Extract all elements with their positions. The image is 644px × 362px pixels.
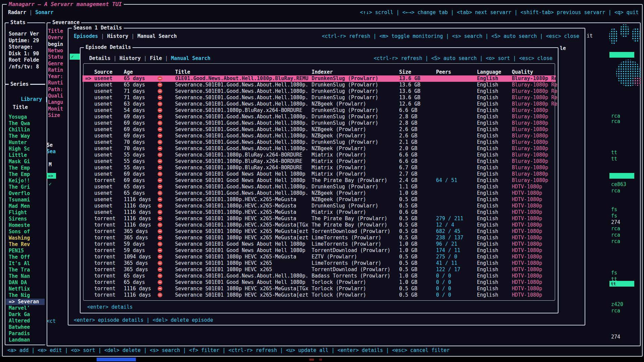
tab-details[interactable]: Details <box>89 55 110 61</box>
release-row[interactable]: usenet55 daysSeverance.S01E01.1080p.BluR… <box>83 165 556 171</box>
column-header-source[interactable]: Source <box>94 69 112 75</box>
release-row[interactable]: torrent1094 daysSeverance S01E01 1080p H… <box>83 254 556 260</box>
tab-history[interactable]: History <box>107 33 128 39</box>
release-row[interactable]: usenet69 daysSeverance S01E01 Good News … <box>83 171 556 177</box>
tab-sonarr[interactable]: Sonarr <box>35 9 53 15</box>
release-row[interactable]: usenet71 daysSeverance.S01E01.Good.News.… <box>83 88 556 95</box>
tab-manual-search[interactable]: Manual Search <box>138 33 177 39</box>
library-item[interactable]: The Tra <box>9 267 45 273</box>
cell-age: 365 days <box>124 266 148 273</box>
library-item[interactable]: The Off <box>9 254 45 260</box>
tab-history[interactable]: History <box>119 55 141 61</box>
cell-age: 69 days <box>124 177 145 184</box>
library-item[interactable]: Washing <box>9 235 45 241</box>
release-row[interactable]: torrent65 daysSeverance S01E01 Good News… <box>83 279 556 286</box>
library-item[interactable]: Mad Men <box>9 203 45 209</box>
release-row[interactable]: usenet63 daysSeverance.S01E01.Good.News.… <box>83 101 556 107</box>
library-tab-library[interactable]: Library <box>21 96 42 102</box>
column-header-size[interactable]: Size <box>399 69 411 75</box>
library-item[interactable]: The Way <box>9 133 45 139</box>
cell-language: English <box>477 152 498 158</box>
library-item[interactable]: Landman <box>9 337 45 343</box>
tab-episodes[interactable]: Episodes <box>74 33 98 39</box>
release-row[interactable]: usenet55 daysSeverance.S01E01.1080p.BluR… <box>83 152 556 158</box>
library-item[interactable]: The Emp <box>9 171 45 178</box>
library-item[interactable]: Dark Ga <box>9 311 45 318</box>
release-row[interactable]: usenet69 daysSeverance.S01E01.Good.News.… <box>83 114 556 120</box>
tab-radarr[interactable]: Radarr <box>8 9 26 15</box>
release-row[interactable]: torrent59 daysSeverance S01E01 Good News… <box>83 247 556 254</box>
release-row[interactable]: usenet54 daysSeverance.S01E01.1080p.BluR… <box>83 107 556 114</box>
release-row[interactable]: usenet1116 daysSeverance.S01E01.1080p.HE… <box>83 196 556 203</box>
selection-highlight[interactable] <box>609 173 634 179</box>
release-row[interactable]: usenet69 daysSeverance.S01E01.Good.News.… <box>83 133 556 139</box>
release-row[interactable]: torrent65 daysSeverance.S01E01.Good.News… <box>83 273 556 279</box>
library-item[interactable]: Tsunami <box>9 197 45 203</box>
library-item[interactable]: The Rev <box>9 241 45 248</box>
library-item[interactable]: Chillin <box>9 127 45 133</box>
release-row[interactable]: usenet70 daysSeverance.S01E01.Good.News.… <box>83 139 556 145</box>
library-item[interactable]: Netflix <box>9 286 45 292</box>
release-row[interactable]: torrent1116 daysSeverance S01E01 1080p H… <box>83 216 556 222</box>
library-item[interactable]: The Emp <box>9 165 45 171</box>
library-item[interactable]: High Sc <box>9 146 45 152</box>
release-row[interactable]: torrent365 daysSeverance S01E01 1080p HE… <box>83 260 556 266</box>
release-row[interactable]: =>usenet65 days01E01.Good.News.About.Hel… <box>83 75 556 82</box>
selection-highlight[interactable] <box>609 52 634 58</box>
column-header-indexer[interactable]: Indexer <box>312 69 333 75</box>
release-row[interactable]: torrent365 daysSeverance S01E01 1080p HE… <box>83 228 556 235</box>
library-item[interactable]: The Nig <box>9 292 45 299</box>
library-item[interactable]: Marvel' <box>9 305 45 311</box>
library-item[interactable]: The Gri <box>9 184 45 190</box>
column-header-language[interactable]: Language <box>477 69 501 75</box>
library-item[interactable]: PEN15 <box>9 248 45 254</box>
library-item[interactable]: Yosuga <box>9 114 45 120</box>
library-item[interactable]: Paradis <box>9 330 45 337</box>
library-item[interactable]: => Severan <box>6 299 45 305</box>
selection-highlight[interactable]: => <box>47 173 56 179</box>
taskbar-app-button[interactable] <box>97 358 136 361</box>
release-row[interactable]: usenet69 daysSeverance.S01E01.Good.News.… <box>83 126 556 133</box>
library-item[interactable]: Altered <box>9 318 45 324</box>
library-item[interactable]: Overflo <box>9 190 45 197</box>
release-row[interactable]: torrent365 daysSeverance S01E01 1080p HE… <box>83 235 556 241</box>
library-item[interactable]: The Qwa <box>9 120 45 127</box>
library-item[interactable]: Mask Gi <box>9 159 45 165</box>
column-header-age[interactable]: Age <box>124 69 133 75</box>
library-item[interactable]: Keijo!! <box>9 178 45 184</box>
release-row[interactable]: torrent1116 daysSeverance S01E01 1080p H… <box>83 292 556 298</box>
selection-highlight[interactable]: tt <box>609 281 634 287</box>
column-header-peers[interactable]: Peers <box>436 69 451 75</box>
release-row[interactable]: usenet55 daysSeverance.S01E01.1080p.BluR… <box>83 158 556 165</box>
cell-peers: 279 / 211 <box>436 216 463 222</box>
release-row[interactable]: usenet65 daysSeverance.S01E01.Good.News.… <box>83 184 556 190</box>
library-item[interactable]: Little <box>9 152 45 159</box>
library-item[interactable]: DAN DA <box>9 280 45 286</box>
library-item[interactable]: The Nan <box>9 273 45 280</box>
release-row[interactable]: usenet71 daysSeverance.S01E01.Good.News.… <box>83 95 556 101</box>
library-item[interactable]: Sons of <box>9 229 45 235</box>
release-row[interactable]: torrent1116 daysSeverance S01E01 1080p H… <box>83 286 556 292</box>
tab-manual-search[interactable]: Manual Search <box>171 55 210 61</box>
release-row[interactable]: usenet1116 daysSeverance.S01E01.1080p.HE… <box>83 209 556 216</box>
release-row[interactable]: usenet65 daysSeverance.S01E01.Good.News.… <box>83 190 556 196</box>
library-item[interactable]: Batwhee <box>9 324 45 330</box>
release-row[interactable]: torrent1116 daysSeverance.S01E01.1080p.H… <box>83 222 556 228</box>
column-header-quality[interactable]: Quality <box>512 69 533 75</box>
release-row[interactable]: usenet1116 daysSeverance.S01E01.1080p.HE… <box>83 203 556 209</box>
tab-file[interactable]: File <box>150 55 162 61</box>
release-row[interactable]: usenet69 daysSeverance.S01E01.Good.News.… <box>83 120 556 126</box>
release-row[interactable]: torrent69 daysSeverance S01E01 Good News… <box>83 177 556 184</box>
cell-indexer: LimeTorrents (Prowlarr) <box>312 260 381 266</box>
library-item[interactable]: It's Al <box>9 260 45 267</box>
release-row[interactable]: torrent59 daysSeverance S01E01 Good News… <box>83 241 556 247</box>
library-item[interactable]: Hunter <box>9 139 45 146</box>
release-row[interactable]: usenet70 daysSeverance.S01E01.Good.News.… <box>83 145 556 152</box>
library-item[interactable]: Homeste <box>9 222 45 229</box>
cell-language: English <box>477 82 498 88</box>
library-item[interactable]: Sirens <box>9 216 45 222</box>
release-row[interactable]: torrent365 daysSeverance S01E01 1080p HE… <box>83 266 556 273</box>
column-header-title[interactable]: Title <box>175 69 190 75</box>
library-item[interactable]: Flight <box>9 209 45 216</box>
release-row[interactable]: usenet65 daysSeverance.S01E01.Good.News.… <box>83 82 556 88</box>
